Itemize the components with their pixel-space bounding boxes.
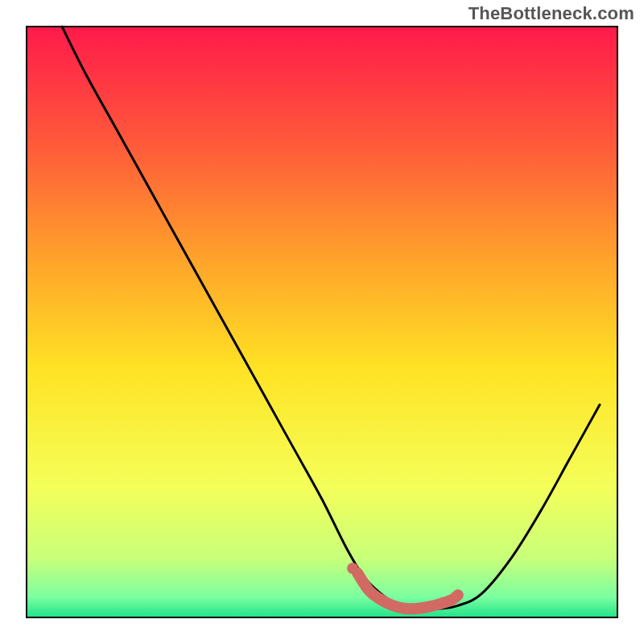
optimal-zone-start-dot <box>347 563 358 574</box>
bottleneck-chart <box>0 0 644 644</box>
chart-frame: TheBottleneck.com <box>0 0 644 644</box>
